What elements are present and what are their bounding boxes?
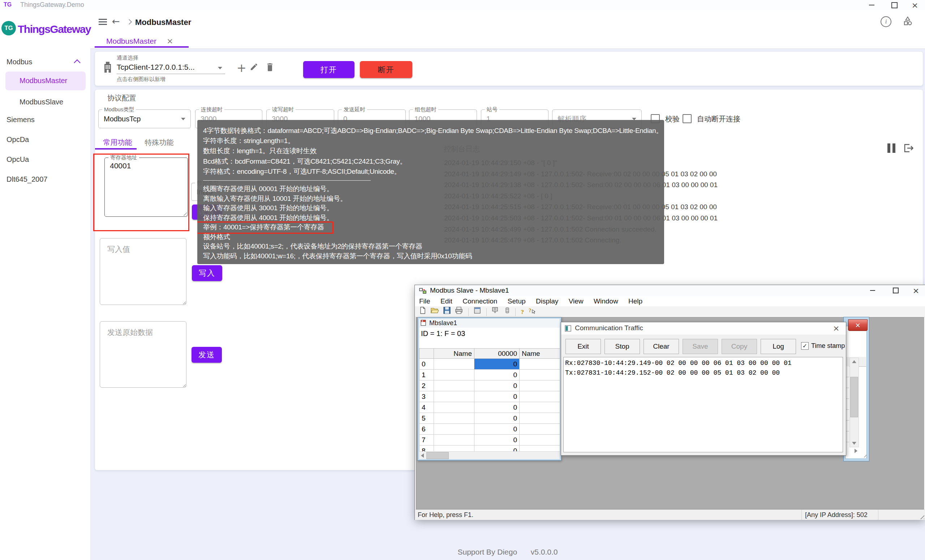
stop-button[interactable]: Stop <box>604 339 640 354</box>
sidebar-item-dlt645[interactable]: Dlt645_2007 <box>0 173 90 187</box>
sidebar-item-opcua[interactable]: OpcUa <box>0 153 90 167</box>
menu-window[interactable]: Window <box>589 296 622 306</box>
send-button-label: 发送 <box>198 350 215 360</box>
write-button[interactable]: 写入 <box>192 265 222 281</box>
menu-file[interactable]: File <box>415 296 435 306</box>
timestamp-label: Time stamp <box>811 342 845 350</box>
traffic-icon[interactable] <box>505 307 510 318</box>
edit-icon[interactable] <box>250 63 258 72</box>
grid-row[interactable]: 60 <box>419 424 560 435</box>
tooltip-line: 写入功能码，比如40001;w=16;，代表保持寄存器第一个寄存器，写入值时采用… <box>203 251 658 261</box>
open-file-icon[interactable] <box>431 307 438 318</box>
sidebar-item-modbusmaster[interactable]: ModbusMaster <box>5 72 86 90</box>
tooltip-line: 设备站号，比如40001;s=2;，代表设备地址为2的保持寄存器第一个寄存器 <box>203 242 658 251</box>
raw-data-textarea[interactable] <box>100 321 187 388</box>
os-close-button[interactable]: × <box>908 0 922 10</box>
shapes-icon[interactable] <box>902 16 913 27</box>
export-icon[interactable] <box>903 143 914 155</box>
open-button[interactable]: 打开 <box>303 61 354 78</box>
verify-checkbox-label: 校验 <box>665 114 679 124</box>
disconnect-button-label: 断开 <box>378 65 395 75</box>
mslave-minimize-button[interactable] <box>864 285 881 296</box>
background-window-vscrollbar[interactable] <box>850 358 859 447</box>
scroll-right-icon <box>854 449 857 453</box>
exit-button[interactable]: Exit <box>565 339 601 354</box>
grid-row[interactable]: 50 <box>419 413 560 424</box>
timestamp-checkbox[interactable]: ✓ <box>801 342 809 350</box>
mslave-client-area: ✕ Mbslave1 ID = 1: F = 03 <box>416 317 924 509</box>
traffic-line: Rx:027830-10:44:29.149-00 02 00 00 00 06… <box>565 358 841 368</box>
menu-setup[interactable]: Setup <box>503 296 530 306</box>
back-arrow-icon[interactable]: ← <box>112 16 120 27</box>
channel-select-value[interactable]: TcpClient-127.0.0.1:5... <box>117 63 195 72</box>
grid-row[interactable]: 70 <box>419 435 560 446</box>
mbslave1-grid[interactable]: Name 00000 Name 00 10 20 30 40 50 60 70 … <box>419 348 560 451</box>
grid-row[interactable]: 40 <box>419 402 560 413</box>
mslave-close-button[interactable]: × <box>908 285 924 296</box>
log-button[interactable]: Log <box>761 339 796 354</box>
traffic-titlebar[interactable]: Communication Traffic × <box>561 322 846 334</box>
help-icon[interactable]: ? <box>521 307 524 318</box>
mbslave1-hscrollbar[interactable] <box>419 451 560 459</box>
mbslave1-id-line: ID = 1: F = 03 <box>421 330 465 338</box>
disconnect-button[interactable]: 断开 <box>360 61 412 78</box>
sidebar-group-modbus[interactable]: Modbus <box>0 56 90 69</box>
grid-row[interactable]: 80 <box>419 446 560 452</box>
page-footer: Support By Diego v5.0.0.0 <box>90 548 925 556</box>
annotation-box-register <box>93 154 189 231</box>
grid-row[interactable]: 30 <box>419 391 560 402</box>
modbus-slave-app-icon <box>419 287 426 296</box>
new-file-icon[interactable] <box>419 307 426 318</box>
mslave-menubar: File Edit Connection Setup Display View … <box>415 296 925 306</box>
footer-credit: Support By Diego <box>458 548 517 556</box>
add-icon[interactable]: + <box>237 61 246 75</box>
info-icon[interactable]: i <box>881 16 891 27</box>
resize-grip[interactable] <box>919 514 924 519</box>
menu-connection[interactable]: Connection <box>458 296 502 306</box>
send-button[interactable]: 发送 <box>191 347 222 363</box>
mslave-maximize-button[interactable] <box>887 285 904 296</box>
menu-help[interactable]: Help <box>624 296 647 306</box>
display-definition-icon[interactable] <box>474 307 481 318</box>
modbus-type-select[interactable]: ModbusTcp <box>104 115 140 123</box>
sidebar-item-label: OpcDa <box>6 135 29 144</box>
logo-avatar: TG <box>2 21 16 35</box>
background-window-close-button[interactable]: ✕ <box>848 319 868 331</box>
sidebar-group-label: Modbus <box>6 58 32 66</box>
menu-view[interactable]: View <box>564 296 588 306</box>
tooltip-line: 字符格式：encoding=UTF-8，可选UTF-8;ASCII;Defaul… <box>203 167 658 177</box>
write-value-textarea[interactable] <box>100 238 187 305</box>
clear-button[interactable]: Clear <box>643 339 679 354</box>
print-icon[interactable] <box>455 307 463 318</box>
os-minimize-button[interactable] <box>864 0 879 10</box>
pause-icon[interactable] <box>887 143 896 153</box>
scroll-up-icon <box>852 360 856 363</box>
sidebar-item-siemens[interactable]: Siemens <box>0 113 90 127</box>
sidebar-item-opcda[interactable]: OpcDa <box>0 133 90 147</box>
mslave-title: Modbus Slave - Mbslave1 <box>430 286 509 295</box>
mbslave1-title: Mbslave1 <box>429 319 457 327</box>
sidebar: TG ThingsGateway Modbus ModbusMaster Mod… <box>0 10 91 560</box>
grid-row[interactable]: 00 <box>419 359 560 370</box>
traffic-close-icon[interactable]: × <box>833 324 839 333</box>
grid-row[interactable]: 20 <box>419 381 560 391</box>
grid-row[interactable]: 10 <box>419 370 560 381</box>
menu-edit[interactable]: Edit <box>436 296 457 306</box>
breadcrumb: ModbusMaster <box>135 18 191 27</box>
autodisconnect-checkbox[interactable] <box>682 114 691 123</box>
menu-icon[interactable] <box>99 19 107 25</box>
poll-icon[interactable] <box>492 307 500 318</box>
mslave-titlebar[interactable]: Modbus Slave - Mbslave1 × <box>415 285 925 296</box>
save-icon[interactable] <box>443 307 450 318</box>
os-maximize-button[interactable] <box>887 0 901 10</box>
mbslave1-titlebar[interactable]: Mbslave1 <box>419 319 560 328</box>
sidebar-item-modbusslave[interactable]: ModbusSlave <box>5 95 86 110</box>
delete-icon[interactable] <box>265 62 274 73</box>
tab-modbusmaster[interactable]: ModbusMaster <box>106 37 157 45</box>
mbslave1-window: Mbslave1 ID = 1: F = 03 Name 00000 Name <box>417 317 562 461</box>
selected-cell[interactable]: 0 <box>475 359 520 370</box>
tab-special-functions[interactable]: 特殊功能 <box>140 138 178 151</box>
tab-close-icon[interactable]: × <box>167 36 173 45</box>
menu-display[interactable]: Display <box>532 296 563 306</box>
context-help-icon[interactable]: ? <box>528 307 535 318</box>
